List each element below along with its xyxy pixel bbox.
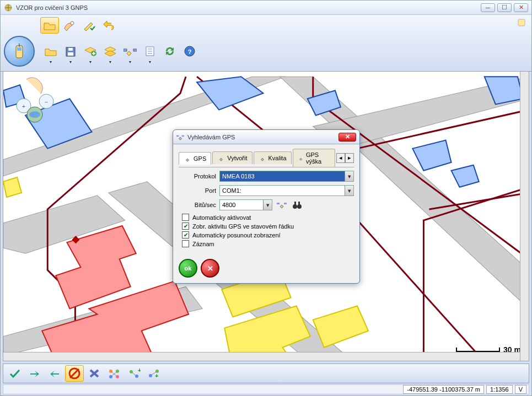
main-toolbar: ▾ ▾ ▾ ▾ ▾ ▾ ? [1, 15, 531, 72]
btn-target[interactable] [65, 365, 84, 382]
tab-scroll-right[interactable]: ▸ [345, 153, 354, 163]
svg-text:+: + [138, 368, 141, 373]
tab-label: GPS výška [306, 151, 330, 165]
help-icon: ? [184, 45, 196, 57]
toolbar-layers[interactable]: ▾ [101, 43, 120, 59]
svg-text:+: + [22, 103, 25, 110]
svg-rect-56 [182, 135, 184, 137]
map-hscroll[interactable] [3, 352, 520, 361]
tab-quality[interactable]: Kvalita [254, 151, 292, 164]
tab-gps-height[interactable]: GPS výška [293, 149, 335, 167]
chevron-down-icon: ▾ [263, 200, 272, 210]
dialog-title: Vyhledávám GPS [187, 134, 235, 140]
status-coords: -479551.39 -1100375.37 m [403, 385, 484, 394]
pan-zoom-control[interactable]: + − [10, 75, 60, 124]
tab-label: Kvalita [268, 155, 287, 161]
x-icon [88, 368, 100, 379]
close-button[interactable]: ✕ [514, 3, 528, 12]
layers-icon [104, 46, 117, 57]
arrow-left-icon [49, 368, 61, 379]
chk-label: Automaticky posunout zobrazení [192, 232, 281, 238]
tab-label: Vytvořit [227, 155, 247, 161]
status-mode: V [515, 385, 526, 394]
satellite-icon [276, 200, 287, 210]
gps-device-button[interactable] [4, 36, 35, 67]
port-value: COM1: [222, 187, 241, 194]
dialog-close-button[interactable]: ✕ [338, 133, 356, 142]
btn-node-tool[interactable]: + [144, 365, 163, 382]
btn-delete[interactable] [85, 365, 104, 382]
svg-rect-1 [518, 19, 525, 26]
svg-rect-8 [68, 48, 73, 51]
toolbar-refresh[interactable] [160, 43, 179, 59]
btn-prev[interactable] [45, 365, 64, 382]
ok-label: ok [185, 265, 192, 272]
chk-auto-pan[interactable]: ✔ Automaticky posunout zobrazení [182, 231, 354, 238]
folder-icon [44, 46, 57, 57]
checkbox-icon: ✔ [182, 223, 189, 230]
tab-gps[interactable]: GPS [179, 152, 211, 165]
chevron-down-icon: ▾ [345, 171, 353, 181]
svg-rect-61 [294, 202, 296, 205]
baud-select[interactable]: 4800 ▾ [219, 199, 272, 210]
chk-label: Automaticky aktivovat [192, 214, 251, 221]
bottom-toolbar: + + [3, 364, 529, 383]
gps-detect-button[interactable] [276, 199, 288, 210]
btn-nodes[interactable] [105, 365, 123, 382]
checkbox-icon [182, 240, 189, 247]
baud-label: Bitů/sec [179, 202, 216, 208]
satellite-icon [259, 154, 266, 162]
corner-icon [517, 18, 526, 27]
window-title: VZOR pro cvičení 3 GNPS [16, 4, 88, 11]
cancel-button[interactable]: ✕ [201, 259, 219, 278]
dialog-titlebar[interactable]: Vyhledávám GPS ✕ [173, 130, 359, 144]
toolbar-folder[interactable]: ▾ [41, 43, 60, 59]
gps-device-icon [10, 42, 28, 60]
chk-auto-activate[interactable]: Automaticky aktivovat [182, 214, 354, 221]
svg-rect-57 [277, 203, 280, 204]
search-button[interactable] [291, 199, 303, 210]
btn-next[interactable] [25, 365, 44, 382]
node-add-icon: + [127, 368, 141, 379]
toolbar-note[interactable]: ▾ [141, 43, 159, 59]
map-controls: + − [10, 75, 60, 126]
baud-value: 4800 [222, 202, 235, 208]
protokol-select[interactable]: NMEA 0183 ▾ [219, 171, 354, 182]
svg-point-2 [71, 21, 74, 25]
toolbar-edit-shape[interactable] [60, 17, 79, 34]
btn-apply[interactable] [6, 365, 24, 382]
tab-scroll-left[interactable]: ◂ [336, 153, 345, 163]
target-icon [68, 367, 81, 380]
toolbar-layer-add[interactable]: ▾ [81, 43, 100, 59]
chk-show-status[interactable]: ✔ Zobr. aktivitu GPS ve stavovém řádku [182, 223, 354, 230]
svg-text:−: − [45, 99, 48, 105]
svg-rect-10 [123, 49, 127, 51]
btn-node-add[interactable]: + [125, 365, 143, 382]
checkbox-icon: ✔ [182, 231, 189, 238]
toolbar-undo[interactable] [100, 17, 119, 34]
satellite-icon [217, 154, 225, 162]
tab-label: GPS [194, 155, 206, 162]
pencil-check-icon [83, 20, 96, 31]
toolbar-help[interactable]: ? [180, 43, 199, 59]
toolbar-save[interactable]: ▾ [61, 43, 80, 59]
chk-record[interactable]: Záznam [182, 240, 354, 247]
toolbar-pencil-check[interactable] [80, 17, 99, 34]
svg-rect-55 [176, 135, 179, 137]
svg-marker-36 [3, 177, 22, 197]
status-bar: -479551.39 -1100375.37 m 1:1356 V [3, 384, 529, 394]
chevron-down-icon: ▾ [345, 186, 353, 196]
chk-label: Zobr. aktivitu GPS ve stavovém řádku [192, 223, 294, 230]
minimize-button[interactable]: ─ [481, 3, 495, 12]
tab-create[interactable]: Vytvořit [212, 151, 252, 164]
satellite-icon [298, 154, 304, 162]
map-vscroll[interactable] [520, 72, 529, 361]
ok-button[interactable]: ok [179, 259, 197, 278]
refresh-icon [164, 46, 176, 57]
toolbar-folder-open[interactable] [40, 17, 59, 34]
toolbar-gps-sat[interactable]: ▾ [121, 43, 139, 59]
nodes-icon [108, 368, 121, 379]
svg-rect-11 [133, 49, 137, 51]
port-select[interactable]: COM1: ▾ [219, 185, 354, 196]
maximize-button[interactable]: ☐ [497, 3, 512, 12]
